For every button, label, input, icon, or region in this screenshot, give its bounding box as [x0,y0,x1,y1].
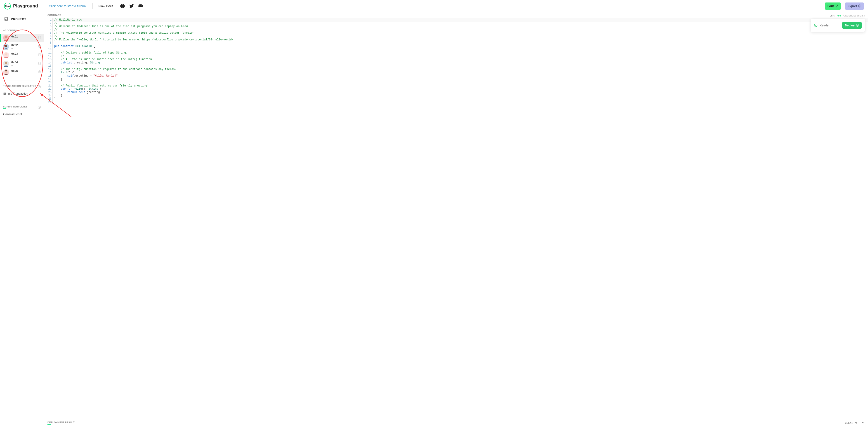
code-text: { [92,45,95,48]
code-text: contract [61,45,75,48]
account-0x01[interactable]: 0x01 -- [0,34,44,42]
deploy-button-label: Deploy [845,24,855,27]
code-text: pub [54,88,67,91]
code-text: // The init() function is required if th… [54,68,176,71]
tx-templates-label: TRANSACTION TEMPLATES [3,85,36,88]
deployment-result-label: DEPLOYMENT RESULT [48,421,74,424]
svg-point-15 [38,70,41,71]
database-icon [38,62,41,66]
account-address: 0x01 [11,35,18,38]
code-text: "Hello, World!" [93,74,118,77]
tx-templates-header: TRANSACTION TEMPLATES [0,85,44,90]
export-button[interactable]: Export [845,2,864,10]
account-address: 0x05 [11,69,18,72]
code-text: pub [54,61,67,64]
logo[interactable]: Flow Playground [4,3,38,9]
code-text: greeting [74,61,87,64]
project-heading[interactable]: PROJECT [0,17,44,25]
database-icon [38,45,41,48]
code-text: String [90,61,100,64]
code-text: () { [67,71,74,74]
code-text: let [67,61,74,64]
account-sub: -- [11,38,18,41]
database-icon [38,36,41,40]
accounts-label: ACCOUNTS [3,29,17,32]
svg-point-2 [837,5,837,5]
avatar-icon [3,61,9,67]
code-text: // The HelloWorld contract contains a si… [54,31,196,35]
svg-point-1 [836,5,836,5]
code-text: // Declare a public field of type String… [54,51,127,55]
account-address: 0x04 [11,61,18,64]
add-script-template-button[interactable] [38,106,41,109]
lsp-status-icon [837,15,841,16]
code-text: : [87,61,90,64]
code-text: { [98,88,101,91]
script-templates-header: SCRIPT TEMPLATES [0,105,44,111]
script-template-item[interactable]: General Script [0,111,44,117]
avatar-icon [3,52,9,58]
code-text: self [79,91,85,94]
code-text: // Public function that returns our frie… [54,84,149,88]
deploy-panel: Ready Deploy [811,19,865,32]
code-text: HelloWorld [75,45,92,48]
flow-logo-icon: Flow [4,3,11,9]
fork-icon [835,4,838,7]
code-editor[interactable]: 1234567891011121314151617181920212223242… [44,18,868,419]
code-text: // HelloWorld.cdc [54,18,82,22]
divider [9,101,35,101]
account-0x04[interactable]: 0x04 -- [0,59,44,68]
editor-pane: CONTRACT LSP: CADENCE: V0.24.3 123456789… [44,12,868,438]
globe-icon[interactable] [120,4,125,8]
code-text: } [54,78,62,81]
clear-label: CLEAR [845,422,853,424]
avatar-icon [3,43,9,49]
line-gutter: 1234567891011121314151617181920212223242… [44,18,53,419]
account-0x05[interactable]: 0x05 -- [0,68,44,76]
add-tx-template-button[interactable] [38,85,41,88]
account-0x03[interactable]: 0x03 -- [0,51,44,59]
deploy-button[interactable]: Deploy [842,22,862,29]
code-text: hello [74,88,82,91]
code-text: // [54,55,64,58]
discord-icon[interactable] [138,4,143,8]
code-text: self [54,74,74,77]
svg-point-7 [38,36,41,37]
code-text: (): [82,88,88,91]
tutorial-link[interactable]: Click here to start a tutorial [49,4,87,8]
svg-point-6 [5,36,7,38]
sidebar: PROJECT ACCOUNTS 0x01 -- [0,12,44,438]
code-text: .greeting [85,91,100,94]
arrow-right-circle-icon [856,24,859,27]
check-circle-icon [814,24,817,27]
svg-point-8 [5,45,7,47]
account-address: 0x03 [11,52,18,55]
database-icon [38,53,41,57]
twitter-icon[interactable] [129,4,134,8]
code-text: .greeting = [74,74,93,77]
script-templates-label: SCRIPT TEMPLATES [3,105,27,108]
deploy-status: Ready [814,24,829,27]
fork-button-label: Fork [828,4,834,8]
accounts-header: ACCOUNTS [0,29,44,34]
fork-button[interactable]: Fork [825,2,841,10]
code-text: // Welcome to Cadence! This is one of th… [54,25,189,28]
code-text: init [54,71,67,74]
download-icon [858,4,861,7]
avatar-icon [3,69,9,75]
svg-point-3 [836,7,837,7]
contract-tab-label: CONTRACT [48,14,61,16]
code-text: } [54,97,56,100]
export-button-label: Export [848,4,857,8]
chevron-down-icon[interactable] [862,421,865,425]
code-text: pub [54,45,61,48]
top-bar: Flow Playground Click here to start a tu… [0,0,868,12]
project-label: PROJECT [11,18,26,21]
tx-template-item[interactable]: Simple Transaction [0,90,44,97]
code-text: // Follow the "Hello, World!" tutorial t… [54,38,142,41]
code-url[interactable]: https://docs.onflow.org/cadence/tutorial… [142,38,233,41]
flow-docs-link[interactable]: Flow Docs [98,4,113,8]
clear-button[interactable]: CLEAR [845,422,857,424]
account-0x02[interactable]: 0x02 -- [0,42,44,51]
divider [9,80,35,81]
